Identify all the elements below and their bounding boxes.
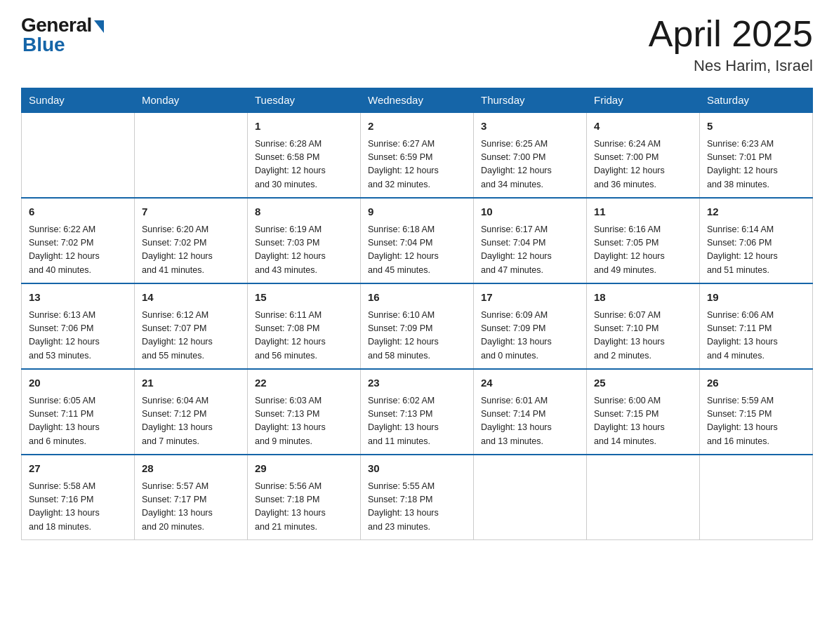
calendar-cell: 15Sunrise: 6:11 AMSunset: 7:08 PMDayligh… bbox=[248, 283, 361, 369]
calendar-cell: 18Sunrise: 6:07 AMSunset: 7:10 PMDayligh… bbox=[587, 283, 700, 369]
calendar-cell: 26Sunrise: 5:59 AMSunset: 7:15 PMDayligh… bbox=[700, 369, 813, 455]
day-number: 12 bbox=[707, 204, 805, 220]
day-number: 21 bbox=[142, 375, 240, 391]
calendar-cell: 3Sunrise: 6:25 AMSunset: 7:00 PMDaylight… bbox=[474, 112, 587, 198]
day-number: 7 bbox=[142, 204, 240, 220]
day-info: Sunrise: 6:16 AMSunset: 7:05 PMDaylight:… bbox=[594, 223, 692, 278]
calendar-cell: 27Sunrise: 5:58 AMSunset: 7:16 PMDayligh… bbox=[22, 455, 135, 540]
day-info: Sunrise: 6:02 AMSunset: 7:13 PMDaylight:… bbox=[368, 394, 466, 449]
calendar-week-row: 1Sunrise: 6:28 AMSunset: 6:58 PMDaylight… bbox=[22, 112, 813, 198]
day-number: 5 bbox=[707, 119, 805, 135]
calendar-table: SundayMondayTuesdayWednesdayThursdayFrid… bbox=[21, 88, 813, 540]
day-number: 4 bbox=[594, 119, 692, 135]
calendar-cell: 4Sunrise: 6:24 AMSunset: 7:00 PMDaylight… bbox=[587, 112, 700, 198]
day-number: 15 bbox=[255, 290, 353, 306]
calendar-cell bbox=[587, 455, 700, 540]
day-number: 26 bbox=[707, 375, 805, 391]
day-number: 9 bbox=[368, 204, 466, 220]
page-header: General Blue April 2025 Nes Harim, Israe… bbox=[21, 14, 813, 75]
day-info: Sunrise: 6:03 AMSunset: 7:13 PMDaylight:… bbox=[255, 394, 353, 449]
calendar-cell: 7Sunrise: 6:20 AMSunset: 7:02 PMDaylight… bbox=[135, 198, 248, 283]
location-label: Nes Harim, Israel bbox=[649, 57, 813, 75]
calendar-header-monday: Monday bbox=[135, 88, 248, 113]
calendar-cell: 5Sunrise: 6:23 AMSunset: 7:01 PMDaylight… bbox=[700, 112, 813, 198]
calendar-header-row: SundayMondayTuesdayWednesdayThursdayFrid… bbox=[22, 88, 813, 113]
calendar-week-row: 6Sunrise: 6:22 AMSunset: 7:02 PMDaylight… bbox=[22, 198, 813, 283]
calendar-cell: 14Sunrise: 6:12 AMSunset: 7:07 PMDayligh… bbox=[135, 283, 248, 369]
day-number: 22 bbox=[255, 375, 353, 391]
day-number: 11 bbox=[594, 204, 692, 220]
logo-blue-text: Blue bbox=[22, 34, 65, 56]
calendar-cell: 30Sunrise: 5:55 AMSunset: 7:18 PMDayligh… bbox=[361, 455, 474, 540]
day-number: 8 bbox=[255, 204, 353, 220]
day-number: 27 bbox=[29, 461, 127, 477]
day-number: 14 bbox=[142, 290, 240, 306]
calendar-header-tuesday: Tuesday bbox=[248, 88, 361, 113]
day-number: 18 bbox=[594, 290, 692, 306]
day-info: Sunrise: 6:04 AMSunset: 7:12 PMDaylight:… bbox=[142, 394, 240, 449]
logo-arrow-icon bbox=[94, 20, 104, 33]
calendar-cell: 9Sunrise: 6:18 AMSunset: 7:04 PMDaylight… bbox=[361, 198, 474, 283]
day-info: Sunrise: 6:23 AMSunset: 7:01 PMDaylight:… bbox=[707, 137, 805, 192]
day-number: 6 bbox=[29, 204, 127, 220]
day-number: 13 bbox=[29, 290, 127, 306]
day-info: Sunrise: 6:20 AMSunset: 7:02 PMDaylight:… bbox=[142, 223, 240, 278]
calendar-cell: 21Sunrise: 6:04 AMSunset: 7:12 PMDayligh… bbox=[135, 369, 248, 455]
day-info: Sunrise: 6:17 AMSunset: 7:04 PMDaylight:… bbox=[481, 223, 579, 278]
day-info: Sunrise: 5:57 AMSunset: 7:17 PMDaylight:… bbox=[142, 480, 240, 535]
day-number: 1 bbox=[255, 119, 353, 135]
calendar-cell: 8Sunrise: 6:19 AMSunset: 7:03 PMDaylight… bbox=[248, 198, 361, 283]
day-number: 28 bbox=[142, 461, 240, 477]
calendar-header-sunday: Sunday bbox=[22, 88, 135, 113]
calendar-cell: 25Sunrise: 6:00 AMSunset: 7:15 PMDayligh… bbox=[587, 369, 700, 455]
month-title: April 2025 bbox=[649, 14, 813, 54]
day-info: Sunrise: 6:24 AMSunset: 7:00 PMDaylight:… bbox=[594, 137, 692, 192]
day-info: Sunrise: 5:58 AMSunset: 7:16 PMDaylight:… bbox=[29, 480, 127, 535]
calendar-cell: 24Sunrise: 6:01 AMSunset: 7:14 PMDayligh… bbox=[474, 369, 587, 455]
calendar-cell: 10Sunrise: 6:17 AMSunset: 7:04 PMDayligh… bbox=[474, 198, 587, 283]
day-info: Sunrise: 6:25 AMSunset: 7:00 PMDaylight:… bbox=[481, 137, 579, 192]
day-info: Sunrise: 5:59 AMSunset: 7:15 PMDaylight:… bbox=[707, 394, 805, 449]
calendar-header-wednesday: Wednesday bbox=[361, 88, 474, 113]
day-info: Sunrise: 6:14 AMSunset: 7:06 PMDaylight:… bbox=[707, 223, 805, 278]
day-info: Sunrise: 5:55 AMSunset: 7:18 PMDaylight:… bbox=[368, 480, 466, 535]
calendar-cell: 28Sunrise: 5:57 AMSunset: 7:17 PMDayligh… bbox=[135, 455, 248, 540]
day-number: 16 bbox=[368, 290, 466, 306]
day-number: 10 bbox=[481, 204, 579, 220]
calendar-cell: 16Sunrise: 6:10 AMSunset: 7:09 PMDayligh… bbox=[361, 283, 474, 369]
day-number: 23 bbox=[368, 375, 466, 391]
calendar-cell bbox=[22, 112, 135, 198]
calendar-cell: 12Sunrise: 6:14 AMSunset: 7:06 PMDayligh… bbox=[700, 198, 813, 283]
day-info: Sunrise: 6:18 AMSunset: 7:04 PMDaylight:… bbox=[368, 223, 466, 278]
day-info: Sunrise: 6:06 AMSunset: 7:11 PMDaylight:… bbox=[707, 309, 805, 363]
day-number: 24 bbox=[481, 375, 579, 391]
calendar-cell: 1Sunrise: 6:28 AMSunset: 6:58 PMDaylight… bbox=[248, 112, 361, 198]
calendar-cell bbox=[700, 455, 813, 540]
calendar-cell: 29Sunrise: 5:56 AMSunset: 7:18 PMDayligh… bbox=[248, 455, 361, 540]
day-number: 30 bbox=[368, 461, 466, 477]
calendar-cell: 23Sunrise: 6:02 AMSunset: 7:13 PMDayligh… bbox=[361, 369, 474, 455]
title-block: April 2025 Nes Harim, Israel bbox=[649, 14, 813, 75]
day-info: Sunrise: 6:11 AMSunset: 7:08 PMDaylight:… bbox=[255, 309, 353, 363]
day-info: Sunrise: 6:10 AMSunset: 7:09 PMDaylight:… bbox=[368, 309, 466, 363]
day-info: Sunrise: 6:22 AMSunset: 7:02 PMDaylight:… bbox=[29, 223, 127, 278]
day-info: Sunrise: 6:05 AMSunset: 7:11 PMDaylight:… bbox=[29, 394, 127, 449]
calendar-header-thursday: Thursday bbox=[474, 88, 587, 113]
day-info: Sunrise: 6:01 AMSunset: 7:14 PMDaylight:… bbox=[481, 394, 579, 449]
calendar-cell: 6Sunrise: 6:22 AMSunset: 7:02 PMDaylight… bbox=[22, 198, 135, 283]
calendar-cell bbox=[135, 112, 248, 198]
calendar-week-row: 27Sunrise: 5:58 AMSunset: 7:16 PMDayligh… bbox=[22, 455, 813, 540]
calendar-cell: 22Sunrise: 6:03 AMSunset: 7:13 PMDayligh… bbox=[248, 369, 361, 455]
day-info: Sunrise: 6:19 AMSunset: 7:03 PMDaylight:… bbox=[255, 223, 353, 278]
calendar-cell: 19Sunrise: 6:06 AMSunset: 7:11 PMDayligh… bbox=[700, 283, 813, 369]
day-info: Sunrise: 6:27 AMSunset: 6:59 PMDaylight:… bbox=[368, 137, 466, 192]
calendar-cell: 11Sunrise: 6:16 AMSunset: 7:05 PMDayligh… bbox=[587, 198, 700, 283]
day-number: 2 bbox=[368, 119, 466, 135]
day-info: Sunrise: 5:56 AMSunset: 7:18 PMDaylight:… bbox=[255, 480, 353, 535]
calendar-week-row: 20Sunrise: 6:05 AMSunset: 7:11 PMDayligh… bbox=[22, 369, 813, 455]
day-number: 19 bbox=[707, 290, 805, 306]
day-number: 3 bbox=[481, 119, 579, 135]
calendar-header-friday: Friday bbox=[587, 88, 700, 113]
day-info: Sunrise: 6:09 AMSunset: 7:09 PMDaylight:… bbox=[481, 309, 579, 363]
calendar-cell: 13Sunrise: 6:13 AMSunset: 7:06 PMDayligh… bbox=[22, 283, 135, 369]
